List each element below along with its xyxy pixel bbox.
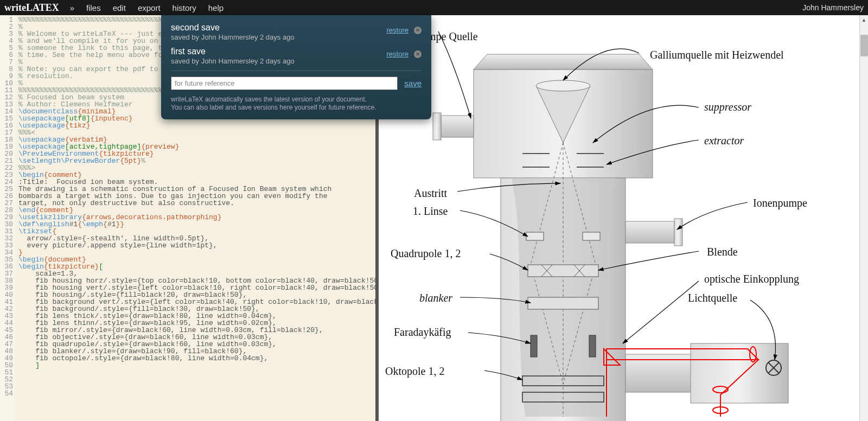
label-pumpe-quelle: mpe Quelle [427,30,478,43]
svg-marker-1 [474,54,653,69]
history-note-line: writeLaTeX automatically saves the lates… [171,95,422,104]
menu-files[interactable]: files [86,3,101,12]
svg-rect-18 [528,265,598,277]
label-quadrupole: Quadrupole 1, 2 [391,247,461,260]
menu-history[interactable]: history [173,3,196,12]
label-ionenpumpe: Ionenpumpe [753,197,807,209]
label-blende: Blende [707,246,738,258]
history-note: writeLaTeX automatically saves the lates… [171,95,422,112]
scroll-up-icon[interactable]: ▲ [860,15,868,24]
svg-rect-2 [441,116,474,137]
history-entry-title: first save [171,47,422,56]
menu-help[interactable]: help [208,3,224,12]
label-optische: optische Einkopplung [704,273,799,285]
menubar: writeLATEX » files edit export history h… [0,0,868,15]
svg-rect-24 [531,335,537,357]
label-oktopole: Oktopole 1, 2 [385,365,444,378]
svg-rect-17 [583,232,600,240]
delete-entry-button[interactable]: ✕ [414,50,422,58]
svg-rect-23 [528,297,598,309]
svg-rect-8 [691,343,788,403]
history-entry: first save saved by John Hammersley 2 da… [171,47,422,65]
svg-point-10 [536,80,590,91]
menu-export[interactable]: export [138,3,161,12]
label-linse1: 1. Linse [413,205,448,218]
label-austritt: Austritt [414,187,447,200]
label-gallium: Galliumquelle mit Heizwendel [650,49,784,61]
restore-link[interactable]: restore [387,50,409,58]
menu-chevron[interactable]: » [70,3,74,12]
history-label-input[interactable] [171,76,398,90]
history-note-line: You can also label and save versions her… [171,104,422,112]
label-blanker: blanker [419,292,452,304]
history-separator [171,71,422,71]
scrollbar-vertical[interactable]: ▲ [859,15,868,421]
line-gutter: 1234567891011121314151617181920212223242… [0,15,15,421]
history-entry-subtitle: saved by John Hammersley 2 days ago [171,57,422,65]
menu-edit[interactable]: edit [113,3,126,12]
svg-rect-16 [526,232,544,240]
svg-rect-6 [674,219,682,246]
diagram-svg [379,15,867,421]
save-version-link[interactable]: save [404,79,422,88]
history-popup: second save saved by John Hammersley 2 d… [161,15,431,119]
svg-rect-3 [433,113,441,140]
history-save-row: save [171,76,422,90]
label-extractor: extractor [704,135,744,147]
history-entry-title: second save [171,23,422,33]
scrollbar-thumb[interactable] [860,35,868,56]
svg-rect-25 [589,335,596,357]
history-entry-subtitle: saved by John Hammersley 2 days ago [171,33,422,41]
main-area: 1234567891011121314151617181920212223242… [0,15,868,421]
label-faraday: Faradaykäfig [394,326,451,339]
restore-link[interactable]: restore [387,26,409,34]
delete-entry-button[interactable]: ✕ [414,27,422,34]
user-name[interactable]: John Hammersley [802,3,864,12]
diagram: mpe Quelle Galliumquelle mit Heizwendel … [379,15,868,411]
history-entry: second save saved by John Hammersley 2 d… [171,23,422,41]
preview-pane[interactable]: mpe Quelle Galliumquelle mit Heizwendel … [379,15,868,421]
label-lichtquelle: Lichtquelle [688,292,737,304]
svg-rect-5 [626,221,674,243]
label-suppressor: suppressor [704,101,751,113]
app-logo: writeLATEX [4,2,59,14]
